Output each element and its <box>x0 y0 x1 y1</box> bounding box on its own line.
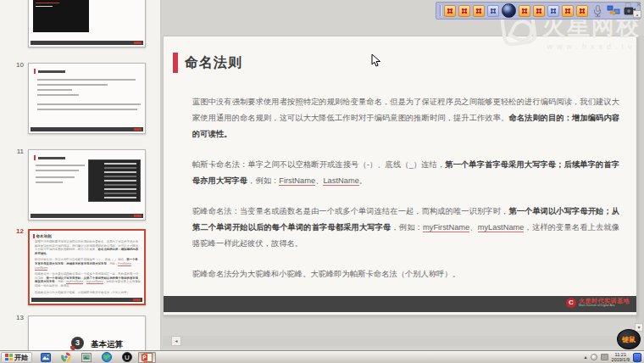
restore-icon[interactable]: ▢ <box>625 2 632 8</box>
taskbar-app-picture-manager[interactable] <box>77 352 95 363</box>
chrome-icon <box>61 352 71 362</box>
slide-footer-bar: C 火星时代实训基地 Mars Institute of Digital Art… <box>164 296 636 312</box>
thumbnail-text-lines <box>37 79 141 99</box>
grid-red-icon[interactable] <box>444 5 456 17</box>
taskbar[interactable]: 开始 U P ▴ <box>0 350 644 363</box>
window-controls[interactable]: ▢ ✕ <box>625 2 641 8</box>
slide-thumbnail-10[interactable] <box>28 63 146 134</box>
grid-red-icon[interactable] <box>533 5 545 17</box>
grid-blue-icon[interactable] <box>547 5 559 17</box>
screen-share-icon[interactable] <box>607 4 620 18</box>
toolbar-grip-handle[interactable] <box>440 5 441 16</box>
vertical-scrollbar-track[interactable] <box>636 36 644 324</box>
grid-red-icon[interactable] <box>562 5 574 17</box>
paragraph-intro: 蓝图中没有强制要求使用者按照特定的规则给变量命名，但是为了保证程序员之间能够更轻… <box>192 94 619 142</box>
taskbar-clock[interactable]: 11:21 2019/1/9 <box>612 352 630 362</box>
grid-red-icon[interactable] <box>458 5 470 17</box>
settings-panel-screenshot-placeholder <box>88 159 141 202</box>
tray-ball-icon[interactable] <box>591 354 597 360</box>
paragraph-camel-case: 驼峰命名法：当变量名或函数名是由一个或多个单词连结在一起，而构成的唯一识别字时，… <box>192 204 619 252</box>
grid-red-icon[interactable] <box>519 5 530 17</box>
taskbar-app-powerpoint-active[interactable]: P <box>138 352 156 363</box>
tray-utility-icon[interactable] <box>601 354 608 360</box>
scroll-left-button[interactable]: ◂ <box>171 336 181 346</box>
code-screenshot-placeholder <box>33 0 89 32</box>
slide-number-13: 13 <box>7 314 24 321</box>
footer-brand-text: 火星时代实训基地 <box>579 298 630 304</box>
lens-orb-icon[interactable] <box>502 3 516 18</box>
taskbar-apps[interactable]: U P <box>36 352 156 363</box>
horizontal-scrollbar-track[interactable] <box>163 336 627 346</box>
thumbnail-footer-bar <box>31 127 143 131</box>
grid-red-icon[interactable] <box>576 5 588 17</box>
footer-brand-subtext: Mars Institute of Digital Arts <box>579 304 630 308</box>
input-language-indicator[interactable] <box>633 353 641 362</box>
slide-title: 命名法则 <box>185 54 242 72</box>
paragraph-camel-note: 驼峰命名法分为大驼峰和小驼峰。大驼峰即为帕斯卡命名法（个别人称呼）。 <box>192 266 619 282</box>
start-button[interactable]: 开始 <box>1 352 32 363</box>
slide-number-11: 11 <box>7 148 24 155</box>
keystroke-overlay-badge[interactable]: 键鼠 <box>617 329 641 349</box>
slide-thumbnail-11[interactable] <box>28 149 146 221</box>
title-accent-bar <box>173 53 178 73</box>
taskbar-app-chrome[interactable] <box>57 352 75 363</box>
thumbnail-section-title: 基本运算 <box>91 339 123 350</box>
slide-number-10: 10 <box>7 61 24 69</box>
svg-text:U: U <box>125 354 130 361</box>
globe-icon <box>102 352 112 362</box>
red-swirl-logo-icon: C <box>566 298 576 308</box>
collapse-toolbar-button[interactable]: ▴ <box>633 10 641 18</box>
thumbnail-title-placeholder <box>34 69 65 74</box>
slide-number-12: 12 <box>7 227 24 235</box>
desktop-screen: 10 11 <box>0 0 644 363</box>
thumbnail-footer-bar <box>31 41 143 45</box>
main-slide: 命名法则 蓝图中没有强制要求使用者按照特定的规则给变量命名，但是为了保证程序员之… <box>163 36 637 316</box>
grid-blue-icon[interactable] <box>487 5 499 17</box>
footer-logo: C 火星时代实训基地 Mars Institute of Digital Art… <box>566 298 630 308</box>
taskbar-app-globe[interactable] <box>97 352 115 363</box>
close-icon[interactable]: ✕ <box>636 2 641 8</box>
image-viewer-icon <box>41 353 51 362</box>
slide-thumbnail-pane[interactable]: 10 11 <box>0 0 161 350</box>
thumbnail-title-placeholder <box>34 155 65 160</box>
thumbnail-footer-bar <box>31 298 142 302</box>
start-label: 开始 <box>14 353 28 362</box>
windows-logo-icon <box>5 354 13 360</box>
show-hidden-icons-button[interactable]: ▴ <box>585 355 587 360</box>
slide-thumbnail-9[interactable] <box>28 0 146 47</box>
unreal-engine-icon: U <box>122 352 132 362</box>
thumbnail-footer-bar <box>31 214 143 218</box>
taskbar-app-unreal-engine[interactable]: U <box>118 352 136 363</box>
thumbnail-text-lines <box>36 165 85 187</box>
picture-manager-icon <box>81 353 92 362</box>
section-number-badge: 3 <box>71 337 84 349</box>
paragraph-pascal-case: 帕斯卡命名法：单字之间不以空格断开或连接号（-）、底线（_）连结，第一个单字首字… <box>192 157 619 189</box>
microphone-icon[interactable] <box>591 4 604 18</box>
taskbar-app-image-viewer[interactable] <box>36 352 54 363</box>
system-tray[interactable]: ▴ 11:21 2019/1/9 <box>585 352 644 362</box>
powerpoint-icon: P <box>142 353 153 362</box>
thumbnail-text-lines <box>37 103 141 114</box>
thumbnail-slide-body: 蓝图中没有强制要求使用者按照特定的规则给变量命名，但是为了保证程序员之间能够更轻… <box>35 240 141 297</box>
svg-text:P: P <box>142 355 147 360</box>
slide-thumbnail-12-selected[interactable]: 命名法则 蓝图中没有强制要求使用者按照特定的规则给变量命名，但是为了保证程序员之… <box>28 229 146 305</box>
thumbnail-slide-title: 命名法则 <box>33 234 52 238</box>
slide-body: 蓝图中没有强制要求使用者按照特定的规则给变量命名，但是为了保证程序员之间能够更轻… <box>192 94 619 297</box>
clock-date: 2019/1/9 <box>612 357 630 362</box>
grid-red-icon[interactable] <box>473 5 485 17</box>
floating-toolbar[interactable] <box>436 2 641 20</box>
